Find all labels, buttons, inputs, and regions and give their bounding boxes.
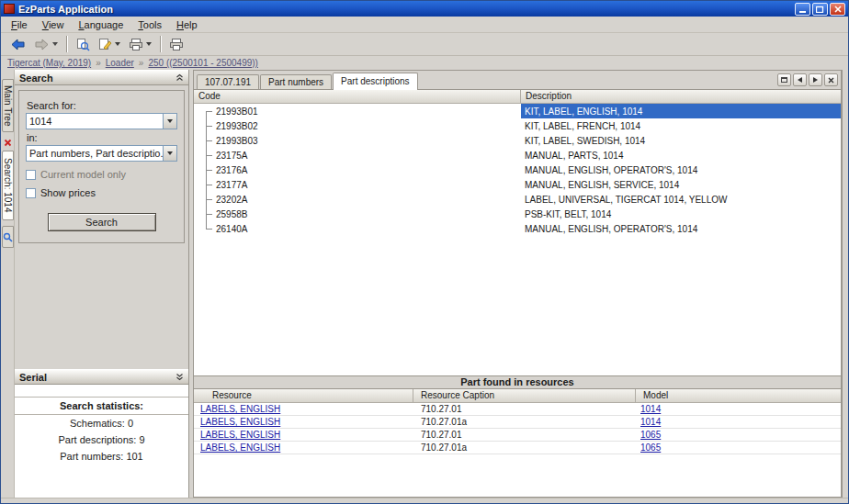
combo-dropdown-icon[interactable] [163,146,176,161]
maximize-button[interactable] [812,3,828,16]
side-tab-search[interactable]: Search: 1014 [2,151,14,220]
part-code-cell: 23202A [194,192,521,207]
serial-panel-header: Serial [15,369,188,385]
resource-link[interactable]: LABELS, ENGLISH [200,430,280,440]
resource-link[interactable]: LABELS, ENGLISH [200,404,280,414]
minimize-button[interactable] [795,3,810,16]
side-tab-main-tree[interactable]: Main Tree [2,79,14,132]
part-code: 21993B03 [213,136,258,146]
current-model-checkbox[interactable] [26,170,36,180]
detach-tab-button[interactable] [777,73,791,86]
part-row[interactable]: 26140AMANUAL, ENGLISH, OPERATOR'S, 1014 [194,221,841,236]
side-tab-magnifier[interactable] [2,226,14,248]
part-row[interactable]: 23202ALABEL, UNIVERSAL, TIGERCAT 1014, Y… [194,192,841,207]
tab-part-descriptions[interactable]: Part descriptions [333,73,417,90]
model-link[interactable]: 1014 [640,404,661,414]
close-search-tab-icon[interactable] [3,138,13,148]
tab-row: 107.07.191Part numbersPart descriptions [194,71,841,90]
tree-branch-icon [200,192,213,207]
scroll-tabs-right-button[interactable] [809,73,822,86]
side-tab-search-label: Search: 1014 [3,158,13,213]
part-row[interactable]: 21993B01KIT, LABEL, ENGLISH, 1014 [194,104,841,118]
close-tab-button[interactable] [824,73,838,86]
tree-branch-icon [200,177,213,192]
collapse-panel-icon[interactable] [175,73,184,82]
part-description: KIT, LABEL, SWEDISH, 1014 [521,133,841,148]
dropdown-caret-icon [115,42,120,46]
expand-panel-icon[interactable] [175,373,184,381]
column-header-code[interactable]: Code [194,90,521,103]
tab-107-07-191[interactable]: 107.07.191 [197,74,259,89]
tree-branch-icon [200,104,213,118]
resource-link[interactable]: LABELS, ENGLISH [200,442,280,453]
minimize-icon [799,6,807,13]
combo-dropdown-icon[interactable] [163,114,176,129]
part-code: 23175A [213,151,247,161]
part-row[interactable]: 23175AMANUAL, PARTS, 1014 [194,148,841,162]
left-arrow-icon [798,77,802,83]
resource-caption: 710.27.01 [413,404,636,414]
side-tab-main-tree-label: Main Tree [3,85,13,126]
part-row[interactable]: 25958BPSB-KIT, BELT, 1014 [194,207,841,221]
breadcrumb-link[interactable]: Loader [106,58,134,68]
bottom-frame [1,498,848,503]
back-button[interactable] [6,35,29,54]
quick-print-button[interactable] [165,35,187,54]
part-code-cell: 25958B [194,207,521,221]
part-row[interactable]: 23176AMANUAL, ENGLISH, OPERATOR'S, 1014 [194,162,841,177]
close-icon [828,77,834,84]
scroll-tabs-left-button[interactable] [793,73,807,86]
search-form: Search for: 1014 in: Part numbers, Part … [18,90,185,243]
toolbar [1,33,848,56]
part-code: 26140A [213,224,247,234]
column-header-description[interactable]: Description [521,90,841,103]
show-prices-checkbox[interactable] [26,188,36,198]
search-for-label: Search for: [27,100,177,111]
column-header-resource[interactable]: Resource [194,389,413,402]
right-arrow-icon [813,77,818,83]
resource-row: LABELS, ENGLISH710.27.01a1065 [194,442,841,454]
print-button[interactable] [125,35,155,54]
search-button[interactable]: Search [48,213,156,231]
menu-item-help[interactable]: Help [169,17,205,32]
model-link[interactable]: 1065 [640,430,661,440]
part-code-cell: 21993B02 [194,118,521,133]
search-statistics-list: Schematics: 0Part descriptions: 9Part nu… [15,415,188,465]
column-header-model[interactable]: Model [636,389,841,402]
printer-icon [169,39,184,50]
back-arrow-icon [10,39,26,50]
search-in-combobox[interactable]: Part numbers, Part descriptio... [26,145,177,162]
part-row[interactable]: 21993B03KIT, LABEL, SWEDISH, 1014 [194,133,841,148]
forward-arrow-icon [34,39,50,50]
model-link[interactable]: 1065 [640,442,661,453]
menu-item-file[interactable]: File [4,17,35,32]
part-description: MANUAL, ENGLISH, OPERATOR'S, 1014 [521,162,841,177]
content-area: 107.07.191Part numbersPart descriptions … [193,70,842,498]
part-row[interactable]: 23177AMANUAL, ENGLISH, SERVICE, 1014 [194,177,841,192]
app-window: EzParts Application FileViewLanguageTool… [0,0,849,504]
tree-branch-icon [200,118,213,133]
breadcrumb-link[interactable]: Tigercat (May, 2019) [7,58,91,68]
current-model-option: Current model only [26,169,177,180]
search-for-combobox[interactable]: 1014 [26,113,177,129]
close-button[interactable] [830,3,845,16]
print-preview-button[interactable] [72,35,94,54]
menu-item-tools[interactable]: Tools [130,17,169,32]
model-link[interactable]: 1014 [640,417,661,427]
part-description: PSB-KIT, BELT, 1014 [521,207,841,221]
main-area: Main Tree Search: 1014 Search Search for… [1,70,848,498]
tab-part-numbers[interactable]: Part numbers [260,74,332,89]
serial-panel-title: Serial [19,372,47,383]
forward-button[interactable] [30,35,62,54]
breadcrumb-link[interactable]: 250 ((2500101 - 2500499)) [148,58,258,68]
title-bar: EzParts Application [1,1,848,17]
page-setup-button[interactable] [95,35,124,54]
resources-table-body: LABELS, ENGLISH710.27.011014LABELS, ENGL… [194,403,841,454]
resource-link[interactable]: LABELS, ENGLISH [200,417,280,427]
toolbar-separator [66,36,67,52]
column-header-resource-caption[interactable]: Resource Caption [413,389,636,402]
part-row[interactable]: 21993B02KIT, LABEL, FRENCH, 1014 [194,118,841,133]
print-preview-icon [76,38,90,51]
menu-item-language[interactable]: Language [71,17,130,32]
menu-item-view[interactable]: View [35,17,72,32]
